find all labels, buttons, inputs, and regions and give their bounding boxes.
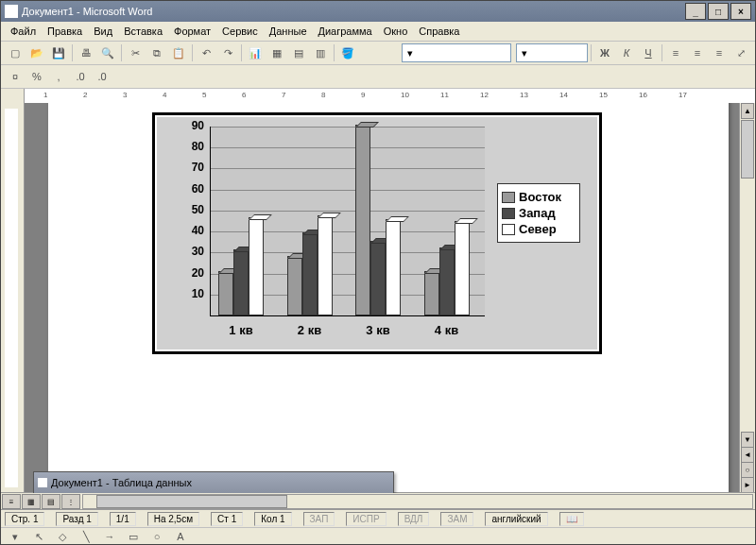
bar[interactable]	[439, 247, 455, 315]
formatting-toolbar: ¤ % , .0 .0	[1, 65, 755, 89]
plot-area[interactable]	[210, 127, 485, 316]
currency-button[interactable]: ¤	[5, 66, 26, 87]
bar[interactable]	[318, 215, 333, 315]
align-right-button[interactable]: ≡	[709, 43, 730, 63]
arrow-tool[interactable]: →	[99, 526, 120, 545]
menu-Окно[interactable]: Окно	[378, 24, 414, 39]
bar[interactable]	[386, 219, 401, 315]
y-tick-label: 30	[180, 245, 204, 258]
bar[interactable]	[249, 217, 264, 315]
bar[interactable]	[424, 271, 439, 315]
y-tick-label: 50	[180, 203, 204, 216]
chart-object[interactable]: 102030405060708090 1 кв2 кв3 кв4 кв Вост…	[152, 112, 602, 354]
by-col-button[interactable]: ▥	[310, 43, 331, 63]
menu-Данные[interactable]: Данные	[264, 24, 313, 39]
redo-button[interactable]: ↷	[217, 43, 238, 63]
web-view-button[interactable]: ▦	[22, 494, 41, 509]
hscroll-thumb[interactable]	[96, 495, 287, 508]
menu-Сервис[interactable]: Сервис	[216, 24, 264, 39]
cut-button[interactable]: ✂	[125, 43, 146, 63]
undo-button[interactable]: ↶	[196, 43, 216, 63]
select-arrow[interactable]: ↖	[28, 526, 49, 545]
increase-dec-button[interactable]: .0	[70, 66, 91, 87]
status-lang[interactable]: английский	[485, 512, 547, 526]
legend[interactable]: ВостокЗападСевер	[497, 183, 580, 243]
align-center-button[interactable]: ≡	[687, 43, 708, 63]
scroll-up-button[interactable]: ▲	[741, 103, 754, 119]
minimize-button[interactable]: _	[685, 3, 706, 20]
chart-area[interactable]: 102030405060708090 1 кв2 кв3 кв4 кв Вост…	[157, 117, 597, 349]
decrease-dec-button[interactable]: .0	[92, 66, 112, 87]
preview-button[interactable]: 🔍	[97, 43, 118, 63]
status-at: На 2,5см	[147, 512, 199, 526]
draw-menu[interactable]: ▾	[5, 526, 26, 545]
bar[interactable]	[218, 271, 233, 315]
fill-button[interactable]: 🪣	[337, 43, 358, 63]
close-button[interactable]: ×	[730, 3, 751, 20]
bold-button[interactable]: Ж	[594, 43, 615, 63]
bar[interactable]	[455, 221, 470, 315]
chart-type-button[interactable]: 📊	[245, 43, 266, 63]
legend-item[interactable]: Восток	[502, 190, 576, 204]
bar[interactable]	[233, 249, 249, 315]
menu-Вставка[interactable]: Вставка	[118, 24, 168, 39]
menu-Формат[interactable]: Формат	[168, 24, 216, 39]
horizontal-scrollbar[interactable]	[82, 494, 753, 509]
autoshapes[interactable]: ◇	[52, 526, 73, 545]
align-left-button[interactable]: ≡	[665, 43, 686, 63]
status-ext[interactable]: ВДЛ	[398, 512, 430, 526]
scroll-thumb[interactable]	[741, 120, 754, 179]
datasheet-title[interactable]: Документ1 - Таблица данных	[34, 472, 393, 493]
bar[interactable]	[287, 256, 302, 315]
print-view-button[interactable]: ▤	[42, 494, 60, 509]
angle-text-button[interactable]: ⤢	[730, 43, 751, 63]
datasheet-title-text: Документ1 - Таблица данных	[51, 477, 192, 488]
menu-Диаграмма[interactable]: Диаграмма	[313, 24, 378, 39]
save-button[interactable]: 💾	[48, 43, 69, 63]
view-bar: ≡ ▦ ▤ ⋮	[1, 492, 755, 510]
paste-button[interactable]: 📋	[168, 43, 189, 63]
status-book-icon[interactable]: 📖	[559, 512, 584, 526]
oval-tool[interactable]: ○	[146, 526, 167, 545]
y-tick-label: 90	[180, 119, 204, 132]
status-trk[interactable]: ИСПР	[346, 512, 386, 526]
bar[interactable]	[355, 125, 370, 315]
line-tool[interactable]: ╲	[76, 526, 96, 545]
chart-area-select[interactable]: ▾	[402, 43, 511, 62]
rect-tool[interactable]: ▭	[123, 526, 144, 545]
x-tick-label: 3 кв	[345, 323, 411, 337]
bar[interactable]	[370, 241, 386, 315]
datasheet-window[interactable]: Документ1 - Таблица данных ABCDE1 кв2 кв…	[33, 471, 394, 493]
menu-Справка[interactable]: Справка	[413, 24, 465, 39]
copy-button[interactable]: ⧉	[146, 43, 167, 63]
comma-button[interactable]: ,	[48, 66, 69, 87]
italic-button[interactable]: К	[616, 43, 637, 63]
by-row-button[interactable]: ▤	[288, 43, 309, 63]
legend-item[interactable]: Север	[502, 222, 576, 236]
status-ovr[interactable]: ЗАМ	[440, 512, 473, 526]
percent-button[interactable]: %	[26, 66, 47, 87]
table-button[interactable]: ▦	[266, 43, 287, 63]
maximize-button[interactable]: □	[708, 3, 729, 20]
bar[interactable]	[302, 232, 318, 315]
print-button[interactable]: 🖶	[76, 43, 96, 63]
menu-Вид[interactable]: Вид	[88, 24, 118, 39]
vertical-scrollbar[interactable]: ▲ ▼ ◄ ○ ►	[739, 103, 755, 493]
scroll-down-button[interactable]: ▼	[741, 432, 754, 448]
font-select[interactable]: ▾	[516, 43, 588, 62]
prev-page-button[interactable]: ◄	[741, 447, 754, 463]
status-rec[interactable]: ЗАП	[303, 512, 335, 526]
browse-object-button[interactable]: ○	[741, 462, 754, 478]
vertical-ruler[interactable]	[1, 103, 25, 493]
textbox-tool[interactable]: A	[170, 526, 191, 545]
menu-Файл[interactable]: Файл	[5, 24, 42, 39]
outline-view-button[interactable]: ⋮	[61, 494, 80, 509]
new-button[interactable]: ▢	[5, 43, 26, 63]
normal-view-button[interactable]: ≡	[2, 494, 21, 509]
next-page-button[interactable]: ►	[741, 477, 754, 493]
underline-button[interactable]: Ч	[638, 43, 659, 63]
menu-Правка[interactable]: Правка	[42, 24, 88, 39]
legend-item[interactable]: Запад	[502, 206, 576, 220]
open-button[interactable]: 📂	[26, 43, 47, 63]
y-tick-label: 60	[180, 182, 204, 196]
